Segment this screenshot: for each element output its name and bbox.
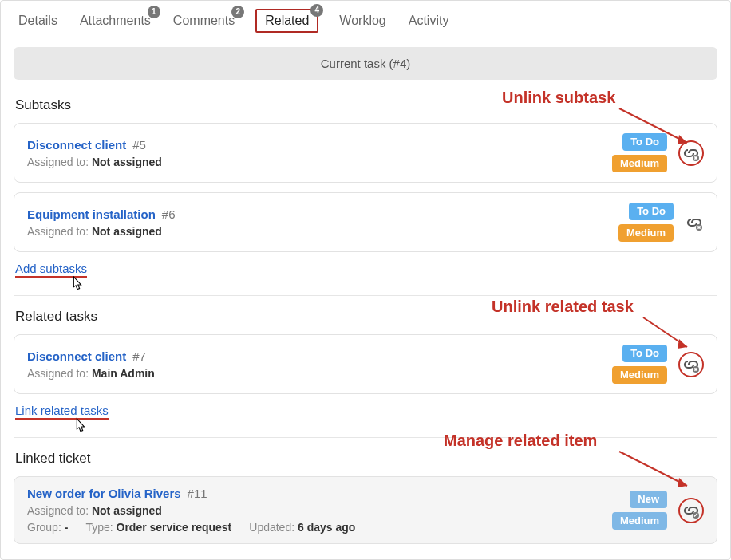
section-divider bbox=[14, 437, 717, 438]
ticket-title-link[interactable]: New order for Olivia Rivers bbox=[27, 487, 181, 500]
tab-activity[interactable]: Activity bbox=[407, 10, 451, 31]
subtask-card: Equipment installation #6 Assigned to: N… bbox=[14, 192, 717, 252]
subtask-title-link[interactable]: Disconnect client bbox=[27, 138, 126, 152]
cursor-pointer-icon bbox=[71, 416, 89, 440]
unlink-related-button[interactable] bbox=[678, 352, 704, 377]
type-value: Order service request bbox=[117, 521, 232, 534]
tab-related[interactable]: Related 4 bbox=[255, 9, 318, 33]
tab-comments[interactable]: Comments 2 bbox=[172, 10, 236, 31]
unlink-icon bbox=[682, 355, 701, 374]
current-task-text: Current task (#4) bbox=[321, 57, 411, 70]
manage-linked-item-button[interactable] bbox=[678, 498, 704, 523]
type-label: Type: bbox=[85, 521, 113, 534]
unlink-subtask-button[interactable] bbox=[685, 213, 704, 232]
card-content: Disconnect client #7 Assigned to: Main A… bbox=[27, 349, 155, 380]
tab-label: Attachments bbox=[80, 14, 151, 27]
card-content: New order for Olivia Rivers #11 Assigned… bbox=[27, 487, 355, 534]
add-subtasks-link[interactable]: Add subtasks bbox=[15, 262, 87, 278]
link-related-tasks-link[interactable]: Link related tasks bbox=[15, 404, 109, 420]
priority-badge: Medium bbox=[612, 512, 667, 530]
subtasks-heading: Subtasks bbox=[15, 97, 717, 113]
priority-badge: Medium bbox=[612, 155, 667, 172]
status-badge: To Do bbox=[629, 203, 674, 220]
section-divider bbox=[14, 295, 717, 296]
linked-ticket-card: New order for Olivia Rivers #11 Assigned… bbox=[14, 476, 717, 544]
assigned-label: Assigned to: bbox=[27, 156, 89, 168]
linked-ticket-heading: Linked ticket bbox=[15, 451, 717, 467]
status-badge: To Do bbox=[622, 133, 667, 151]
unlink-icon bbox=[682, 144, 701, 163]
tab-attachments[interactable]: Attachments 1 bbox=[78, 10, 152, 31]
subtask-card: Disconnect client #5 Assigned to: Not as… bbox=[14, 123, 717, 183]
tab-badge: 2 bbox=[231, 6, 244, 18]
tab-label: Worklog bbox=[339, 14, 385, 27]
assigned-label: Assigned to: bbox=[27, 225, 89, 238]
tab-label: Details bbox=[18, 14, 57, 27]
assigned-value: Not assigned bbox=[92, 225, 162, 238]
assigned-value: Main Admin bbox=[92, 367, 155, 380]
status-badge: To Do bbox=[622, 345, 667, 362]
assigned-label: Assigned to: bbox=[27, 367, 89, 380]
priority-badge: Medium bbox=[612, 366, 667, 384]
related-heading: Related tasks bbox=[15, 309, 717, 325]
cursor-pointer-icon bbox=[68, 274, 85, 298]
card-content: Equipment installation #6 Assigned to: N… bbox=[27, 207, 176, 238]
assigned-value: Not assigned bbox=[92, 156, 162, 168]
updated-value: 6 days ago bbox=[298, 521, 355, 534]
annotation-manage-item: Manage related item bbox=[444, 432, 597, 450]
ticket-ref: #11 bbox=[188, 487, 207, 500]
tab-bar: Details Attachments 1 Comments 2 Related… bbox=[14, 9, 717, 33]
priority-badge: Medium bbox=[618, 224, 674, 242]
related-ref: #7 bbox=[132, 349, 146, 363]
unlink-subtask-button[interactable] bbox=[678, 140, 704, 166]
status-badge: New bbox=[630, 491, 667, 508]
assigned-value: Not assigned bbox=[92, 504, 162, 517]
link-text: Add subtasks bbox=[15, 262, 87, 275]
updated-label: Updated: bbox=[249, 521, 294, 534]
assigned-label: Assigned to: bbox=[27, 504, 89, 517]
related-task-card: Disconnect client #7 Assigned to: Main A… bbox=[14, 334, 717, 394]
group-value: - bbox=[65, 521, 69, 534]
related-tab-panel: Details Attachments 1 Comments 2 Related… bbox=[0, 0, 731, 560]
link-manage-icon bbox=[682, 501, 701, 520]
subtask-title-link[interactable]: Equipment installation bbox=[27, 207, 156, 221]
tab-badge: 4 bbox=[310, 4, 323, 17]
link-text: Link related tasks bbox=[15, 404, 109, 417]
card-content: Disconnect client #5 Assigned to: Not as… bbox=[27, 138, 162, 168]
tab-label: Activity bbox=[409, 14, 449, 27]
group-label: Group: bbox=[27, 521, 61, 534]
subtask-ref: #6 bbox=[162, 207, 176, 221]
current-task-banner: Current task (#4) bbox=[14, 47, 717, 80]
tab-badge: 1 bbox=[148, 6, 160, 18]
tab-label: Comments bbox=[173, 14, 235, 27]
unlink-icon bbox=[685, 213, 704, 232]
tab-worklog[interactable]: Worklog bbox=[338, 10, 387, 31]
tab-label: Related bbox=[265, 14, 309, 27]
tab-details[interactable]: Details bbox=[17, 10, 59, 31]
related-title-link[interactable]: Disconnect client bbox=[27, 349, 126, 363]
subtask-ref: #5 bbox=[132, 138, 146, 152]
